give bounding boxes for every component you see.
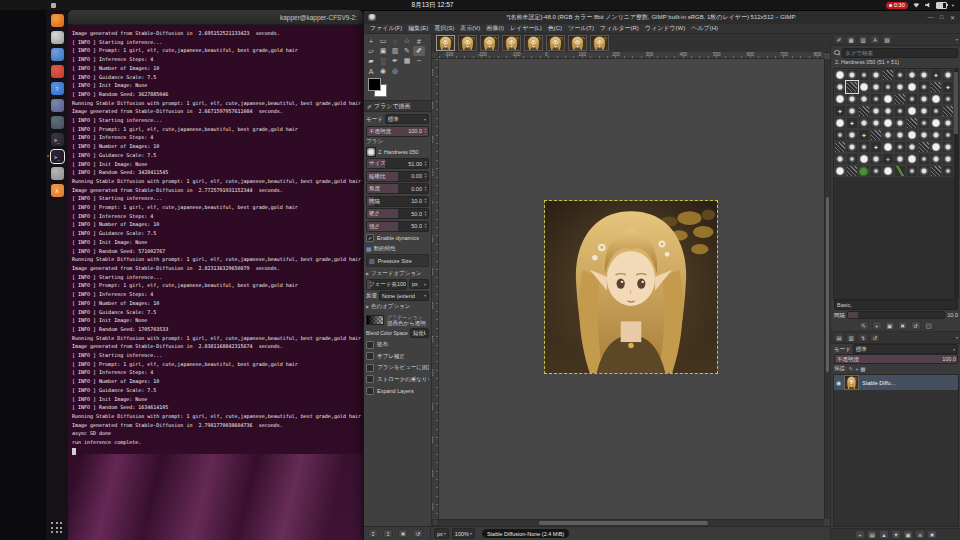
brush-item[interactable] [834,69,846,81]
slider-steppers[interactable]: ▲▼ [423,161,428,167]
checkbox[interactable] [366,364,374,372]
brush-item[interactable] [930,129,942,141]
brush-item[interactable] [846,117,858,129]
menu-item[interactable]: 表示(V) [457,24,483,33]
image-tab[interactable] [502,35,521,51]
brush-item[interactable] [846,141,858,153]
checkbox[interactable] [366,387,374,395]
vscrollbar-thumb[interactable] [826,197,829,372]
image-tab[interactable] [546,35,565,51]
zoom-select[interactable]: 100% ▾ [452,528,475,539]
brush-item[interactable] [894,93,906,105]
image-tab[interactable] [568,35,587,51]
dock-item-files[interactable] [51,31,64,44]
menu-item[interactable]: ヘルプ(H) [688,24,721,33]
menu-item[interactable]: ウィンドウ(W) [642,24,688,33]
brush-item[interactable] [882,129,894,141]
brush-item[interactable] [906,117,918,129]
tool-option-slider[interactable]: 縦横比0.00▲▼ [366,171,429,182]
brush-item[interactable] [858,69,870,81]
brush-item[interactable] [858,129,870,141]
brush-tag-input[interactable]: Basic, [834,300,958,310]
brush-item[interactable] [846,81,858,93]
gradient-select-row[interactable]: グラデーション 描画色から透明 [366,313,429,327]
delete-brush-button[interactable]: ✖ [898,321,908,330]
brush-item[interactable] [930,69,942,81]
text-tool[interactable]: A [365,66,377,76]
brush-item[interactable] [894,81,906,93]
brush-item[interactable] [906,105,918,117]
tab-history[interactable]: ↺ [870,333,880,342]
brush-item[interactable] [858,117,870,129]
brush-item[interactable] [858,81,870,93]
terminal-titlebar[interactable]: kapper@kapper-CFSV9-2: [68,10,363,25]
brush-item[interactable] [858,93,870,105]
clone-tool[interactable]: ▦ [401,56,413,66]
canvas-navigation-button[interactable] [824,519,830,526]
brush-item[interactable] [834,117,846,129]
rect-select-tool[interactable]: ▭ [377,36,389,46]
hscrollbar-thumb[interactable] [539,521,708,525]
brush-item[interactable] [894,105,906,117]
tool-option-checkbox[interactable]: ブラシをビューに固定 [366,363,429,373]
raise-layer-button[interactable]: ▲ [879,530,889,539]
layer-mode-select[interactable]: 標準 ▾ [853,344,958,354]
brush-item[interactable] [858,153,870,165]
menu-item[interactable]: ツール(T) [565,24,597,33]
brush-item[interactable] [882,93,894,105]
checkbox[interactable] [366,375,374,383]
dock-item-firefox[interactable] [51,14,64,27]
new-layer-button[interactable]: + [855,530,865,539]
canvas-image[interactable] [545,201,717,373]
color-picker-tool[interactable]: ◉ [377,66,389,76]
fade-unit-select[interactable]: px ▾ [409,279,429,289]
tab-palettes[interactable]: ▧ [882,35,892,44]
color-options-expander[interactable]: ▶ 色のオプション [366,302,429,311]
brush-item[interactable] [942,165,954,177]
brush-item[interactable] [942,117,954,129]
brush-item[interactable] [930,141,942,153]
dock-item-utility[interactable] [51,116,64,129]
gradient-tool[interactable]: ▥ [389,46,401,56]
edit-brush-button[interactable]: ✎ [859,321,869,330]
canvas-hscrollbar[interactable] [439,519,824,526]
tab-layers[interactable]: ▤ [834,333,844,342]
activities-icon[interactable] [51,3,56,8]
brush-item[interactable] [834,165,846,177]
brush-item[interactable] [918,93,930,105]
image-tab[interactable] [436,35,455,51]
brush-item[interactable] [930,117,942,129]
brush-item[interactable] [834,141,846,153]
brush-item[interactable] [942,129,954,141]
ink-tool[interactable]: ✒ [389,56,401,66]
color-swatches[interactable] [368,78,388,100]
brush-item[interactable] [834,81,846,93]
duplicate-layer-button[interactable]: ▣ [903,530,913,539]
brush-item[interactable] [882,69,894,81]
brush-item[interactable] [846,69,858,81]
dock-item-text-editor[interactable] [51,99,64,112]
brush-item[interactable] [918,69,930,81]
tool-option-slider[interactable]: 硬さ50.0▲▼ [366,208,429,219]
canvas-vscrollbar[interactable] [824,59,830,519]
menu-item[interactable]: レイヤー(L) [507,24,545,33]
ruler-corner[interactable] [432,52,439,59]
new-layer-group-button[interactable]: ▤ [867,530,877,539]
paintbrush-tool[interactable]: ✐ [413,46,425,56]
brush-item[interactable] [942,105,954,117]
brush-item[interactable] [882,141,894,153]
maximize-button[interactable]: □ [937,14,946,21]
tab-brushes[interactable]: ✐ [834,35,844,44]
free-select-tool[interactable]: ◌ [389,36,401,46]
brush-item[interactable] [870,129,882,141]
brush-item[interactable] [870,81,882,93]
slider-steppers[interactable]: ▲▼ [423,211,428,217]
layer-opacity-slider[interactable]: 不透明度 100.0 [834,354,958,364]
slider-steppers[interactable]: ▲▼ [423,186,428,192]
menu-item[interactable]: 編集(E) [405,24,431,33]
checkbox[interactable] [366,341,374,349]
menu-item[interactable]: 選択(S) [431,24,457,33]
zoom-tool[interactable]: ◎ [389,66,401,76]
lock-position-icon[interactable]: + [855,366,858,372]
brush-item[interactable] [942,93,954,105]
